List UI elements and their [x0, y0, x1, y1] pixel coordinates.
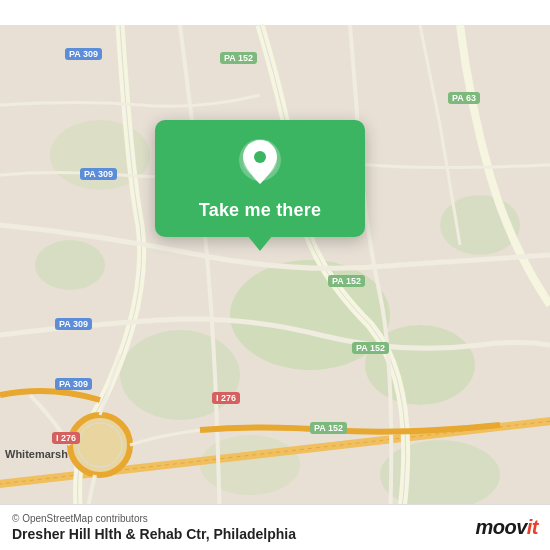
- badge-pa309-top: PA 309: [65, 48, 102, 60]
- bottom-bar: © OpenStreetMap contributors Dresher Hil…: [0, 504, 550, 550]
- place-name: Dresher Hill Hlth & Rehab Ctr, Philadelp…: [12, 526, 296, 542]
- svg-point-7: [380, 440, 500, 510]
- badge-pa309-bottom: PA 309: [55, 378, 92, 390]
- badge-pa309-mid: PA 309: [80, 168, 117, 180]
- location-icon: [234, 138, 286, 190]
- badge-i276-mid: I 276: [212, 392, 240, 404]
- bottom-info: © OpenStreetMap contributors Dresher Hil…: [12, 513, 296, 542]
- badge-i276-left: I 276: [52, 432, 80, 444]
- badge-pa152-lower: PA 152: [352, 342, 389, 354]
- svg-point-8: [200, 435, 300, 495]
- take-me-there-label: Take me there: [199, 200, 321, 221]
- badge-pa309-lower: PA 309: [55, 318, 92, 330]
- badge-pa152-mid: PA 152: [328, 275, 365, 287]
- svg-point-12: [78, 423, 122, 467]
- svg-point-15: [254, 151, 266, 163]
- whitemarsh-label: Whitemarsh: [5, 448, 68, 460]
- take-me-there-button[interactable]: Take me there: [155, 120, 365, 237]
- moovit-logo: moovit: [475, 516, 538, 539]
- map-container: PA 309 PA 309 PA 309 PA 309 PA 152 PA 15…: [0, 0, 550, 550]
- badge-pa63: PA 63: [448, 92, 480, 104]
- badge-pa152-bottom: PA 152: [310, 422, 347, 434]
- attribution: © OpenStreetMap contributors: [12, 513, 296, 524]
- svg-point-5: [35, 240, 105, 290]
- map-svg: [0, 0, 550, 550]
- badge-pa152-top: PA 152: [220, 52, 257, 64]
- moovit-text: moovit: [475, 516, 538, 539]
- svg-point-3: [120, 330, 240, 420]
